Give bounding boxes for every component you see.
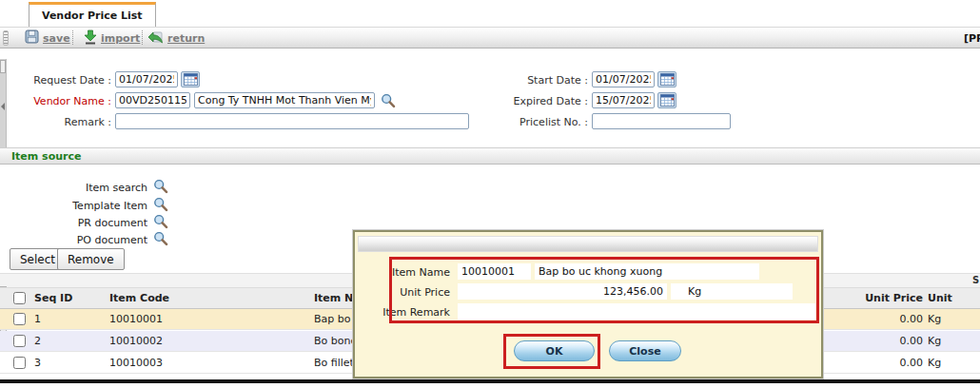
splitter-collapse-icon [1,103,5,110]
toolbar-separator [142,30,143,45]
import-icon [84,29,97,48]
select-all-checkbox[interactable] [13,292,26,304]
item-source-title: Item source [11,150,81,163]
dialog-item-remark-input[interactable] [458,303,815,320]
row-checkbox[interactable] [13,357,26,369]
po-document-search-icon[interactable] [153,231,168,249]
calendar-icon[interactable] [181,71,200,87]
item-search-icon[interactable] [153,179,168,197]
dialog-item-name-input[interactable] [535,263,759,280]
cell-item-code: 10010003 [109,357,163,369]
toolbar-right-text: [PR [964,32,980,45]
pricelist-no-label: Pricelist No. : [493,116,588,128]
dialog-unit-price-label: Unit Price [360,286,450,299]
header-item-code: Item Code [109,292,169,304]
start-date-label: Start Date : [493,74,588,87]
splitter-grip[interactable] [0,60,6,73]
dialog-unit-price-input[interactable] [458,283,667,300]
po-document-label: PO document [19,234,147,246]
pricelist-no-input[interactable] [592,113,731,129]
cell-seq-id: 2 [34,335,41,347]
template-item-search-icon[interactable] [153,197,168,215]
vendor-search-icon[interactable] [381,93,396,111]
vendor-name-input[interactable] [194,92,375,108]
vendor-code-input[interactable] [115,92,190,108]
tab-vendor-price-list[interactable]: Vendor Price List [29,2,156,27]
start-date-input[interactable] [592,71,655,87]
dialog-unit-input[interactable] [671,283,793,300]
expired-date-label: Expired Date : [493,95,588,107]
ok-button[interactable]: OK [514,340,595,361]
row-checkbox[interactable] [13,335,26,347]
header-seq-id: Seq ID [34,292,72,304]
item-source-section-bar: Item source [0,147,980,165]
save-icon [25,29,39,47]
grid-corner-text: S [972,275,979,285]
cell-item-code: 10010002 [109,335,163,347]
return-label: return [167,32,205,45]
return-icon [147,30,164,47]
cell-unit: Kg [928,313,941,325]
pr-document-label: PR document [19,217,147,229]
dialog-item-code-input[interactable] [458,263,531,280]
request-date-input[interactable] [115,71,178,87]
cell-seq-id: 1 [34,313,41,325]
dialog-header-bar[interactable] [358,236,818,252]
header-unit-price: Unit Price [837,292,923,304]
cell-item-name: Bo fillet [314,357,354,369]
pr-document-search-icon[interactable] [153,214,168,232]
vendor-name-label: Vendor Name : [16,95,111,107]
tab-label: Vendor Price List [42,10,143,22]
toolbar-drag-handle[interactable] [3,30,9,46]
import-button[interactable]: import [84,29,140,47]
cell-item-code: 10010001 [109,313,163,325]
cell-unit-price: 0.00 [837,313,923,325]
expired-date-input[interactable] [592,92,655,108]
item-price-dialog: Item Name Unit Price Item Remark OK Clos… [353,230,823,378]
row-checkbox[interactable] [13,313,26,325]
panel-splitter[interactable] [0,59,7,147]
calendar-icon[interactable] [657,71,676,87]
cell-unit: Kg [928,335,941,347]
calendar-icon[interactable] [657,92,676,108]
close-button[interactable]: Close [609,340,681,361]
toolbar-separator [72,30,73,45]
return-button[interactable]: return [147,29,205,47]
save-button[interactable]: save [25,29,70,47]
header-unit: Unit [928,292,952,304]
request-date-label: Request Date : [16,74,111,87]
vendor-price-list-page: Vendor Price List save import return [PR… [0,0,980,388]
cell-unit-price: 0.00 [837,335,923,347]
remark-label: Remark : [16,116,111,128]
cell-unit-price: 0.00 [837,357,923,369]
save-label: save [43,32,70,45]
item-search-label: Item search [19,182,147,194]
dialog-item-name-label: Item Name [360,266,450,279]
bottom-border-band [0,379,980,383]
template-item-label: Template Item [19,200,147,212]
import-label: import [101,32,140,45]
toolbar: save import return [PR [0,27,980,48]
remark-input[interactable] [115,113,469,129]
cell-seq-id: 3 [34,357,41,369]
remove-button[interactable]: Remove [57,248,125,270]
dialog-item-remark-label: Item Remark [360,306,450,319]
cell-unit: Kg [928,357,941,369]
